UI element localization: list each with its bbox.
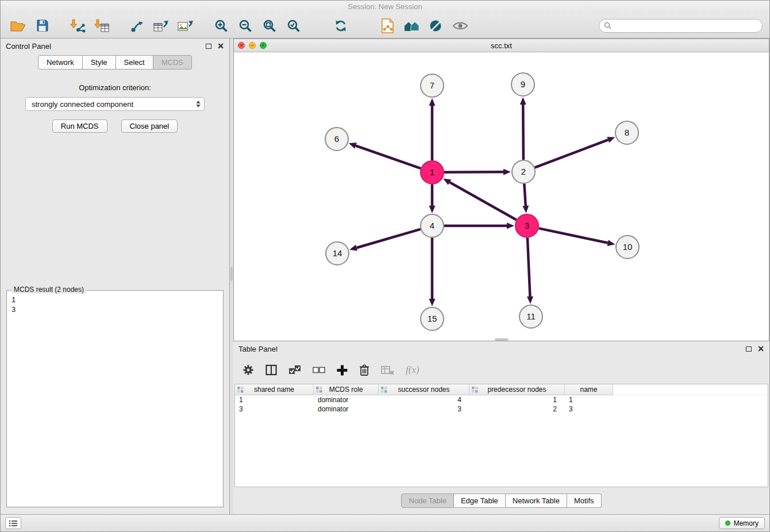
float-panel-icon[interactable] bbox=[206, 44, 211, 49]
minimize-window-button[interactable]: − bbox=[249, 42, 256, 49]
graph-edge-arrow bbox=[607, 240, 615, 246]
graph-edge-4-14[interactable] bbox=[357, 229, 421, 248]
tab-node-table[interactable]: Node Table bbox=[401, 494, 454, 508]
column-header-label: predecessor nodes bbox=[487, 385, 546, 394]
memory-button[interactable]: Memory bbox=[719, 517, 765, 529]
run-mcds-button[interactable]: Run MCDS bbox=[52, 119, 107, 133]
cell-shared-name: 1 bbox=[235, 395, 314, 404]
cell-successor-nodes: 4 bbox=[379, 395, 469, 404]
tab-select[interactable]: Select bbox=[116, 55, 153, 70]
apply-style-button[interactable] bbox=[426, 16, 446, 36]
zoom-out-icon bbox=[238, 19, 252, 33]
column-header-predecessor-nodes[interactable]: predecessor nodes bbox=[469, 384, 565, 395]
import-network-button[interactable] bbox=[67, 16, 88, 36]
mcds-result-line: 3 bbox=[11, 304, 218, 314]
zoom-selected-icon bbox=[287, 19, 301, 33]
table-row[interactable]: 3 dominator 3 2 3 bbox=[235, 404, 768, 414]
houses-icon bbox=[404, 20, 420, 32]
graph-edge-2-9[interactable] bbox=[523, 105, 523, 160]
optimization-criterion-label: Optimization criterion: bbox=[1, 83, 229, 92]
graph-edge-2-3[interactable] bbox=[524, 184, 525, 206]
tab-style[interactable]: Style bbox=[83, 55, 116, 70]
close-panel-button[interactable]: Close panel bbox=[121, 119, 178, 133]
network-window-title: scc.txt bbox=[234, 41, 769, 50]
tab-mcds[interactable]: MCDS bbox=[153, 55, 192, 70]
table-toolbar: f(x) bbox=[233, 356, 769, 384]
table-header-row: shared name MCDS role successor nodes bbox=[235, 384, 768, 395]
splitter-grip[interactable] bbox=[230, 267, 233, 281]
select-all-button[interactable] bbox=[288, 365, 301, 375]
cell-predecessor-nodes: 2 bbox=[469, 404, 565, 414]
table-row[interactable]: 1 dominator 4 1 1 bbox=[235, 395, 768, 404]
tab-network[interactable]: Network bbox=[38, 55, 83, 70]
column-header-name[interactable]: name bbox=[565, 384, 613, 395]
close-window-button[interactable]: × bbox=[238, 42, 245, 49]
export-image-button[interactable] bbox=[175, 16, 196, 36]
column-function-icon bbox=[237, 387, 244, 395]
graph-edge-1-2[interactable] bbox=[444, 172, 503, 172]
table-panel-title: Table Panel bbox=[238, 345, 278, 353]
maximize-window-button[interactable]: + bbox=[260, 42, 267, 49]
control-panel-title: Control Panel bbox=[6, 42, 51, 51]
table-panel-header: Table Panel ✕ bbox=[233, 341, 769, 356]
graph-edge-1-6[interactable] bbox=[356, 146, 421, 169]
search-box[interactable] bbox=[599, 19, 763, 33]
show-columns-button[interactable] bbox=[265, 364, 277, 376]
show-hide-button[interactable] bbox=[450, 16, 471, 36]
zoom-fit-button[interactable] bbox=[259, 16, 280, 36]
import-table-button[interactable] bbox=[91, 16, 112, 36]
table-tabs: Node Table Edge Table Network Table Moti… bbox=[233, 487, 769, 514]
graph-node-label: 7 bbox=[430, 80, 434, 90]
delete-column-button[interactable] bbox=[359, 364, 369, 376]
close-panel-icon[interactable]: ✕ bbox=[217, 43, 224, 49]
new-network-from-selection-button[interactable] bbox=[378, 16, 398, 36]
search-input[interactable] bbox=[614, 22, 757, 30]
graph-edge-2-8[interactable] bbox=[535, 140, 609, 167]
control-panel-header: Control Panel ✕ bbox=[1, 38, 229, 53]
table-settings-button[interactable] bbox=[242, 364, 254, 376]
deselect-all-icon bbox=[313, 366, 325, 374]
close-table-panel-icon[interactable]: ✕ bbox=[757, 346, 764, 352]
zoom-selected-button[interactable] bbox=[283, 16, 304, 36]
add-column-button[interactable] bbox=[337, 365, 348, 376]
refresh-view-button[interactable] bbox=[330, 16, 351, 36]
save-session-button[interactable] bbox=[32, 16, 52, 36]
graph-node-label: 11 bbox=[526, 311, 536, 321]
panel-splitter-handle[interactable] bbox=[495, 338, 509, 341]
graph-edge-3-1[interactable] bbox=[449, 182, 516, 220]
delete-table-button[interactable] bbox=[381, 365, 394, 375]
zoom-out-button[interactable] bbox=[235, 16, 256, 36]
main-toolbar bbox=[1, 13, 769, 38]
tab-network-table[interactable]: Network Table bbox=[506, 494, 567, 508]
column-header-successor-nodes[interactable]: successor nodes bbox=[379, 384, 469, 395]
task-history-button[interactable] bbox=[5, 517, 21, 529]
column-header-shared-name[interactable]: shared name bbox=[235, 384, 314, 395]
network-canvas[interactable]: 7968124314101511 bbox=[234, 52, 769, 341]
memory-label: Memory bbox=[734, 519, 759, 527]
network-view-window: × − + scc.txt 7968124314101511 bbox=[233, 38, 769, 341]
eye-icon bbox=[453, 21, 468, 31]
column-header-mcds-role[interactable]: MCDS role bbox=[314, 384, 379, 395]
tab-edge-table[interactable]: Edge Table bbox=[454, 494, 506, 508]
graph-edge-arrow bbox=[503, 169, 511, 175]
graph-node-label: 4 bbox=[430, 221, 434, 230]
column-function-icon bbox=[381, 387, 387, 395]
plus-icon bbox=[337, 365, 348, 376]
float-table-panel-icon[interactable] bbox=[746, 346, 752, 352]
open-session-button[interactable] bbox=[7, 16, 28, 36]
graph-edge-arrow bbox=[520, 97, 526, 105]
export-table-button[interactable] bbox=[151, 16, 172, 36]
fx-icon: f(x) bbox=[406, 364, 419, 376]
graph-edge-3-10[interactable] bbox=[539, 228, 608, 242]
export-image-icon bbox=[178, 19, 194, 33]
deselect-all-button[interactable] bbox=[313, 366, 325, 374]
function-builder-button[interactable]: f(x) bbox=[406, 364, 419, 376]
export-network-button[interactable] bbox=[127, 16, 148, 36]
criterion-dropdown[interactable]: strongly connected component bbox=[25, 97, 205, 111]
zoom-in-button[interactable] bbox=[211, 16, 232, 36]
trash-icon bbox=[359, 364, 369, 376]
tab-motifs[interactable]: Motifs bbox=[567, 494, 602, 508]
first-neighbors-button[interactable] bbox=[402, 16, 422, 36]
graph-edge-arrow bbox=[429, 299, 436, 306]
graph-edge-3-11[interactable] bbox=[528, 238, 530, 296]
